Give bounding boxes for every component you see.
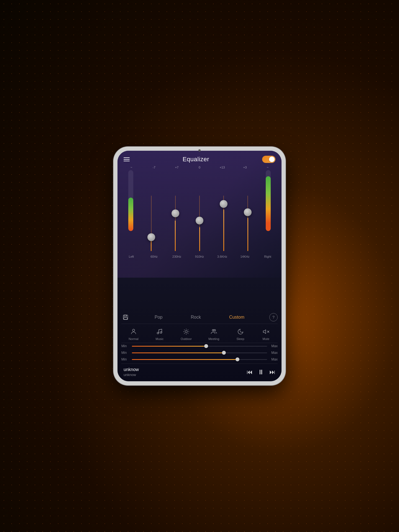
next-button[interactable]: ⏭	[269, 369, 275, 376]
app-content: Equalizer ~ -7 +7 0 +13 +3 ~	[117, 151, 282, 381]
freq-val-right: ~	[259, 166, 276, 169]
left-vol-bar	[128, 170, 133, 231]
preset-rock[interactable]: Rock	[187, 315, 204, 320]
play-pause-button[interactable]: ⏸	[258, 368, 264, 376]
meeting-icon	[209, 327, 218, 336]
eq-track-14khz	[247, 196, 248, 251]
eq-knob-14khz[interactable]	[244, 208, 252, 216]
sound-modes: Normal Music	[117, 324, 282, 343]
right-vu-meter	[260, 170, 277, 251]
normal-label: Normal	[129, 337, 138, 341]
mode-music[interactable]: Music	[155, 327, 164, 341]
preset-row: Pop Rock Custom ?	[119, 311, 280, 324]
header: Equalizer	[117, 151, 282, 166]
eq-band-60hz	[139, 170, 163, 251]
normal-icon	[129, 327, 138, 336]
svg-point-8	[212, 329, 214, 331]
track-artist: unknow	[124, 373, 139, 377]
svg-point-6	[160, 332, 162, 333]
meeting-label: Meeting	[208, 337, 219, 341]
freq-val-14k: +3	[237, 166, 253, 169]
mode-mute[interactable]: Mute	[262, 327, 270, 341]
slider-fill-1	[132, 346, 206, 347]
prev-button[interactable]: ⏮	[247, 369, 253, 376]
eq-knob-60hz[interactable]	[147, 233, 155, 241]
freq-name-left: Left	[123, 255, 140, 258]
save-preset-button[interactable]	[121, 313, 130, 321]
mode-sleep[interactable]: Sleep	[236, 327, 245, 341]
mute-icon	[262, 327, 270, 336]
menu-button[interactable]	[124, 157, 130, 161]
volume-sliders: Min Max Min Max	[117, 343, 282, 364]
freq-name-230: 230Hz	[168, 255, 185, 258]
mode-normal[interactable]: Normal	[129, 327, 138, 341]
freq-val-3k6: +13	[214, 166, 231, 169]
page-title: Equalizer	[183, 156, 209, 163]
svg-point-4	[132, 329, 135, 331]
mute-label: Mute	[263, 337, 269, 341]
right-vol-bar	[266, 170, 271, 231]
eq-knob-3k6hz[interactable]	[220, 200, 227, 208]
slider-thumb-2[interactable]	[222, 351, 226, 355]
eq-area	[122, 170, 277, 253]
vol-max-1: Max	[270, 344, 278, 348]
eq-band-14khz	[236, 170, 260, 251]
outdoor-label: Outdoor	[181, 337, 192, 341]
vol-min-3: Min	[121, 357, 129, 361]
slider-track-1[interactable]	[132, 346, 267, 347]
mode-meeting[interactable]: Meeting	[208, 327, 219, 341]
music-icon	[155, 327, 164, 336]
eq-knob-910hz[interactable]	[196, 217, 203, 224]
right-vol-fill	[266, 176, 271, 231]
freq-val-910: 0	[191, 166, 208, 169]
vol-max-3: Max	[270, 357, 278, 361]
eq-track-60hz	[151, 196, 152, 251]
tablet-shell: Equalizer ~ -7 +7 0 +13 +3 ~	[114, 147, 285, 385]
freq-val-left: ~	[123, 166, 140, 169]
track-title: unknow	[124, 367, 139, 372]
freq-val-230: +7	[168, 166, 185, 169]
mode-outdoor[interactable]: Outdoor	[181, 327, 192, 341]
slider-track-3[interactable]	[132, 359, 267, 360]
freq-name-60: 60Hz	[146, 255, 162, 258]
left-vu-meter	[122, 170, 139, 251]
divider-3	[121, 364, 278, 364]
outdoor-icon	[182, 327, 191, 336]
preset-pop[interactable]: Pop	[151, 315, 166, 320]
svg-point-7	[185, 331, 187, 333]
sleep-label: Sleep	[236, 337, 244, 341]
eq-band-230hz	[163, 170, 187, 251]
slider-fill-2	[132, 352, 224, 353]
svg-rect-2	[124, 318, 127, 319]
slider-track-2[interactable]	[132, 352, 267, 353]
freq-val-60: -7	[146, 166, 162, 169]
eq-knob-230hz[interactable]	[172, 209, 179, 217]
player-bar: unknow unknow ⏮ ⏸ ⏭	[117, 364, 282, 381]
eq-toggle[interactable]	[262, 156, 275, 163]
svg-point-9	[214, 329, 216, 331]
preset-custom[interactable]: Custom	[226, 315, 248, 320]
vol-slider-row-2: Min Max	[121, 351, 278, 355]
freq-name-right: Right	[259, 255, 276, 258]
eq-section: ~ -7 +7 0 +13 +3 ~	[117, 166, 282, 311]
freq-name-3k6: 3.6KHz	[214, 255, 231, 258]
track-info: unknow unknow	[124, 367, 139, 377]
freq-name-910: 910Hz	[191, 255, 208, 258]
eq-band-910hz	[187, 170, 211, 251]
help-button[interactable]: ?	[269, 313, 278, 321]
eq-track-910hz	[199, 196, 200, 251]
freq-values-top: ~ -7 +7 0 +13 +3 ~	[122, 166, 277, 169]
screen: Equalizer ~ -7 +7 0 +13 +3 ~	[117, 151, 282, 381]
svg-rect-1	[124, 315, 126, 317]
vol-slider-row-1: Min Max	[121, 344, 278, 348]
vol-min-2: Min	[121, 351, 129, 355]
slider-thumb-1[interactable]	[204, 344, 208, 348]
sleep-icon	[236, 327, 245, 336]
left-vol-fill	[128, 198, 133, 231]
eq-band-3k6hz	[212, 170, 236, 251]
player-controls: ⏮ ⏸ ⏭	[247, 368, 275, 376]
vol-min-1: Min	[121, 344, 129, 348]
slider-thumb-3[interactable]	[236, 357, 239, 361]
freq-name-14k: 14KHz	[237, 255, 253, 258]
vol-slider-row-3: Min Max	[121, 357, 278, 361]
